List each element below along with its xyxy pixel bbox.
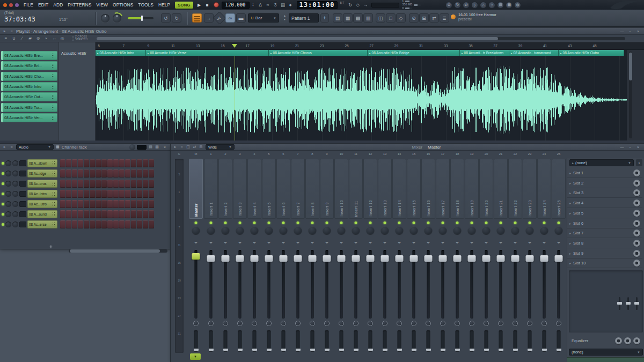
strip-led[interactable] — [282, 221, 285, 224]
strip-led[interactable] — [471, 221, 473, 224]
step-cell[interactable] — [78, 159, 83, 167]
strip-name-zone[interactable]: Insert 17 — [436, 159, 450, 219]
mixer-strip[interactable]: Insert 6◂▸ — [276, 159, 290, 353]
step-cell[interactable] — [125, 210, 130, 218]
channel-volume-knob[interactable] — [12, 201, 18, 207]
strip-led[interactable] — [529, 221, 531, 224]
meter-handle[interactable] — [310, 349, 315, 351]
hscroll-thumb[interactable] — [97, 37, 498, 40]
stereo-separator-icon[interactable]: ◂▸ — [450, 241, 464, 244]
step-cell[interactable] — [107, 159, 113, 167]
master-volume-slider[interactable] — [128, 17, 153, 19]
detach-icon[interactable]: ▸ — [2, 29, 7, 33]
strip-name-zone[interactable]: Master — [189, 159, 203, 219]
channel-pan-knob[interactable] — [5, 221, 11, 227]
strip-name-zone[interactable]: Insert 24 — [537, 159, 551, 219]
hscroll-thumb[interactable] — [70, 249, 160, 253]
step-cell[interactable] — [143, 210, 148, 218]
mixer-strip[interactable]: Insert 12◂▸ — [363, 159, 377, 353]
step-cell[interactable] — [125, 220, 130, 228]
strip-record-toggle[interactable] — [208, 321, 214, 326]
step-cell[interactable] — [72, 210, 77, 218]
fx-slot-mix-knob[interactable] — [633, 250, 640, 257]
step-cell[interactable] — [113, 200, 119, 208]
step-cell[interactable] — [131, 180, 136, 188]
meter-handle[interactable] — [484, 349, 489, 351]
fx-slot-mix-knob[interactable] — [633, 189, 640, 196]
step-cell[interactable] — [131, 190, 136, 198]
channel-pan-knob[interactable] — [5, 211, 11, 217]
strip-name-zone[interactable]: Insert 4 — [247, 159, 261, 219]
step-cell[interactable] — [119, 159, 125, 167]
strip-fader-handle[interactable] — [526, 255, 534, 262]
send-slider-2[interactable] — [627, 297, 629, 310]
strip-record-toggle[interactable] — [223, 321, 228, 326]
strip-name-zone[interactable]: Insert 9 — [320, 159, 334, 219]
stereo-separator-icon[interactable]: ◂▸ — [291, 241, 305, 244]
maximize-icon[interactable]: ▫ — [626, 144, 634, 150]
strip-led[interactable] — [369, 221, 372, 224]
stereo-separator-icon[interactable]: ◂▸ — [378, 241, 392, 244]
channel-pan-knob[interactable] — [5, 171, 11, 176]
meter-handle[interactable] — [528, 349, 532, 351]
strip-fader-handle[interactable] — [251, 255, 259, 262]
meter-handle[interactable] — [223, 349, 228, 351]
step-cell[interactable] — [90, 190, 95, 198]
preset-selector[interactable]: ▸ (none) ▼ — [569, 159, 634, 166]
strip-fader-handle[interactable] — [396, 255, 404, 262]
play-icon[interactable]: ▶ — [196, 3, 203, 8]
delete-icon[interactable]: ⊘ — [35, 36, 41, 41]
mixer-strip[interactable]: Insert 8◂▸ — [305, 159, 319, 353]
stereo-separator-icon[interactable]: ◂▸ — [247, 241, 261, 244]
stereo-separator-icon[interactable]: ◂▸ — [233, 241, 247, 244]
send-slider-3[interactable] — [636, 297, 638, 310]
fx-slot-mix-knob[interactable] — [633, 200, 640, 206]
strip-name-zone[interactable]: Insert 15 — [407, 159, 421, 219]
playlist-track-button[interactable]: 08 Acoustic HiStr Tur... — [1, 103, 57, 112]
step-cell[interactable] — [131, 200, 136, 208]
step-cell[interactable] — [107, 210, 113, 218]
menu-options[interactable]: OPTIONS — [111, 2, 135, 8]
strip-fader-handle[interactable] — [511, 255, 519, 262]
strip-fader-handle[interactable] — [338, 255, 346, 262]
channel-pan-knob[interactable] — [5, 181, 11, 187]
roller-icon[interactable]: ▬ — [236, 13, 246, 23]
pattern-playlist-icon[interactable] — [192, 13, 202, 23]
redo-icon[interactable]: ↻ — [172, 13, 181, 23]
browser-icon[interactable]: ◫ — [376, 13, 385, 23]
strip-record-toggle[interactable] — [353, 321, 358, 326]
step-cell[interactable] — [96, 159, 101, 167]
step-cell[interactable] — [131, 210, 136, 218]
fx-slot-mix-knob[interactable] — [633, 260, 640, 267]
step-cell[interactable] — [113, 169, 119, 178]
stereo-separator-icon[interactable]: ◂▸ — [494, 241, 508, 244]
playlist-clip[interactable]: ▸08 Acoustic HiStr Bridge — [368, 50, 460, 56]
strip-led[interactable] — [195, 221, 197, 224]
minimize-icon[interactable]: — — [618, 28, 626, 34]
step-cell[interactable] — [149, 200, 154, 208]
touch-icon[interactable]: ⊙ — [409, 13, 419, 23]
swap-icon[interactable]: ⇄ — [429, 13, 439, 23]
bpm-stepper[interactable]: ▲▼ — [252, 3, 254, 8]
midi-icon[interactable]: ⇄ — [463, 2, 470, 9]
close-icon[interactable]: × — [634, 144, 642, 150]
fx-slot[interactable]: ▸Slot 8 — [567, 239, 642, 248]
stretch-knob[interactable] — [72, 39, 74, 41]
step-cell[interactable] — [78, 210, 83, 218]
channel-rack-titlebar[interactable]: ▸ ≡ Audio ▼ ▦ Channel rack ▤ ▩ × — [0, 144, 171, 151]
strip-name-zone[interactable]: Insert 12 — [363, 159, 377, 219]
eq-mid-knob[interactable] — [624, 337, 631, 344]
step-cell[interactable] — [131, 169, 136, 178]
playlist-canvas-area[interactable] — [96, 56, 627, 141]
playlist-clip[interactable]: ▸08 Acousti...tr Breakdown — [460, 50, 509, 56]
stereo-separator-icon[interactable]: ◂▸ — [392, 241, 406, 244]
mixer-strip[interactable]: Insert 20◂▸ — [479, 159, 493, 353]
menu-file[interactable]: FILE — [21, 2, 35, 8]
input-source-selector[interactable]: (none) ▼ — [569, 349, 643, 356]
step-cell[interactable] — [72, 200, 77, 208]
playlist-clip[interactable]: ▸08 Acoustic HiStr Verse — [146, 50, 269, 56]
channel-pan-knob[interactable] — [5, 201, 11, 207]
stop-icon[interactable]: ■ — [204, 3, 211, 8]
fx-slot-mix-knob[interactable] — [633, 220, 640, 227]
graph-editor-icon[interactable]: ▤ — [148, 145, 153, 149]
